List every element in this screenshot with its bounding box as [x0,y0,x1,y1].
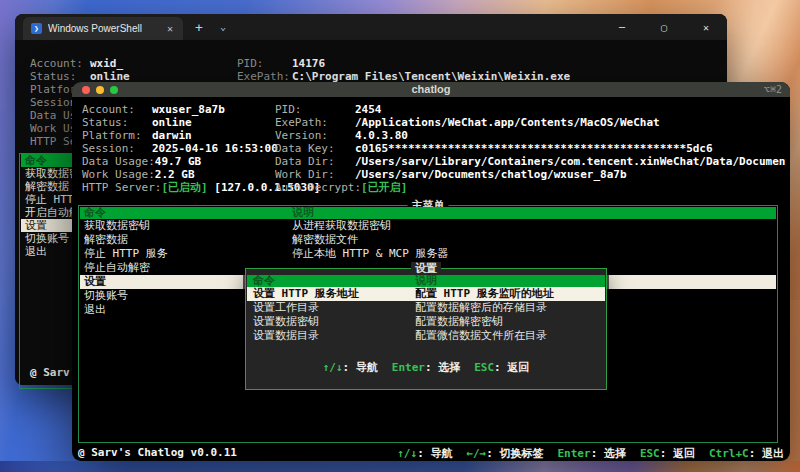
info-value: c0165***********************************… [355,142,713,155]
info-row: Account:wxuser_8a7b PID:2454 [82,103,786,116]
close-button[interactable]: ✕ [685,14,727,40]
info-label: Platform: [82,129,152,142]
dialog-row-selected[interactable]: 设置 HTTP 服务地址配置 HTTP 服务监听的地址 [247,287,605,301]
title-bar[interactable]: chatlog ⌥⌘2 [72,82,790,97]
status-bar: @ Sarv's Chatlog v0.0.11 ↑/↓: 导航 ←/→: 切换… [72,444,790,461]
maximize-button[interactable]: ▢ [643,14,685,40]
info-value: /Applications/WeChat.app/Contents/MacOS/… [355,116,660,129]
menu-header-row: 命令 说明 [80,207,776,219]
info-row: Account:wxid_ PID:14176 [30,57,719,70]
window-title: chatlog [72,83,790,95]
dialog-key-hints: ↑/↓: 导航 Enter: 选择 ESC: 返回 [246,361,606,375]
info-label: Data Key: [275,142,355,155]
info-label: PID: [275,103,355,116]
column-header-command: 命令 [84,207,106,219]
minimize-button[interactable]: ─ [601,14,643,40]
window-controls: ─ ▢ ✕ [601,14,727,40]
info-value: 14176 [292,57,325,70]
column-header-command: 命令 [253,275,275,287]
dialog-header-row: 命令 说明 [247,275,605,287]
info-row: Work Usage:2.2 GB Work Dir:/Users/sarv/D… [82,168,786,181]
info-label: Account: [82,103,152,116]
info-label: HTTP Server: [82,181,161,194]
info-label: Session: [82,142,152,155]
status-key-hints: ↑/↓: 导航 ←/→: 切换标签 Enter: 选择 ESC: 返回 Ctrl… [397,446,784,461]
new-tab-button[interactable]: + [195,20,203,35]
chatlog-window: chatlog ⌥⌘2 Account:wxuser_8a7b PID:2454… [72,82,790,461]
info-value: 4.0.3.80 [355,129,408,142]
info-label: Auto Decrypt: [275,181,361,194]
info-label: Data Usage: [82,155,155,168]
info-label: PID: [237,57,292,70]
menu-row[interactable]: 解密数据解密数据文件 [80,233,776,247]
settings-dialog: 设置 命令 说明 设置 HTTP 服务地址配置 HTTP 服务监听的地址 设置工… [245,268,607,390]
info-value: online [152,116,192,129]
info-label: Work Dir: [275,168,355,181]
info-value: /Users/sarv/Library/Containers/com.tence… [355,155,786,168]
app-version-text: @ Sarv's Chatlog v0.0.11 [78,446,237,459]
tab-windows-powershell[interactable]: ❯ Windows PowerShell ✕ [23,17,183,40]
info-value: 2025-04-16 16:53:00 [152,142,278,155]
http-server-status: [已启动] [161,181,207,194]
menu-row[interactable]: 获取数据密钥从进程获取数据密钥 [80,219,776,233]
info-value: darwin [152,129,192,142]
info-value: /Users/sarv/Documents/chatlog/wxuser_8a7… [355,168,627,181]
info-row: Session:2025-04-16 16:53:00 Data Key:c01… [82,142,786,155]
info-label: Account: [30,57,90,70]
column-header-description: 说明 [292,207,314,219]
tab-title: Windows PowerShell [48,23,159,34]
column-header-description: 说明 [415,275,437,287]
info-row: Status:online ExePath:/Applications/WeCh… [82,116,786,129]
menu-row[interactable]: 停止 HTTP 服务停止本地 HTTP & MCP 服务器 [80,247,776,261]
window-shortcut: ⌥⌘2 [764,84,782,95]
info-label: Version: [275,129,355,142]
dialog-row[interactable]: 设置工作目录配置数据解密后的存储目录 [247,301,605,315]
auto-decrypt-status: [已开启] [361,181,407,194]
info-row-http-server: HTTP Server:[已启动] [127.0.0.1:5030] Auto … [82,181,786,194]
info-row: Platform:darwin Version:4.0.3.80 [82,129,786,142]
dialog-row[interactable]: 设置数据密钥配置数据解密密钥 [247,315,605,329]
powershell-icon: ❯ [31,23,42,34]
tab-close-icon[interactable]: ✕ [165,23,175,34]
info-value: 2454 [355,103,382,116]
info-label: Work Usage: [82,168,155,181]
info-label: Data Dir: [275,155,355,168]
dialog-row[interactable]: 设置数据目录配置微信数据文件所在目录 [247,329,605,343]
info-value: wxuser_8a7b [152,103,225,116]
info-label: ExePath: [275,116,355,129]
info-value: wxid_ [90,57,123,70]
info-row: Data Usage:49.7 GB Data Dir:/Users/sarv/… [82,155,786,168]
info-value: 49.7 GB [155,155,201,168]
tab-dropdown-icon[interactable]: ⌄ [220,21,226,32]
info-value: 2.2 GB [155,168,195,181]
info-label: Status: [82,116,152,129]
tab-bar: ❯ Windows PowerShell ✕ + ⌄ ─ ▢ ✕ [15,14,727,40]
